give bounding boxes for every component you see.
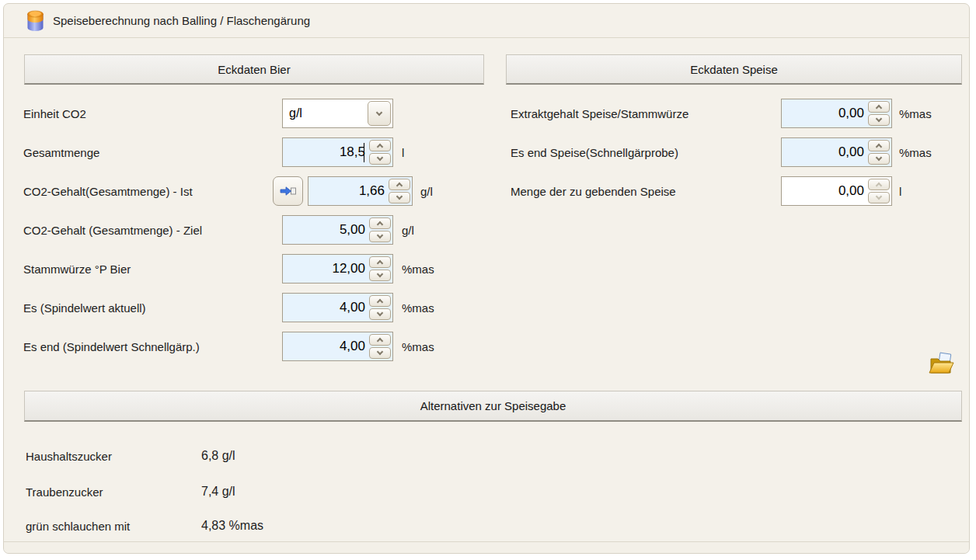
spin-down-button[interactable] <box>369 270 391 281</box>
unit-label: l <box>402 137 404 167</box>
es-aktuell-input[interactable] <box>284 295 369 320</box>
extraktgehalt-speise-input[interactable] <box>783 101 868 126</box>
unit-label: %mas <box>402 254 434 283</box>
unit-label: %mas <box>899 99 932 128</box>
chevron-down-icon <box>377 271 383 277</box>
field-label-extraktgehalt-speise: Extraktgehalt Speise/Stammwürze <box>511 99 688 128</box>
section-header-eckdaten-bier[interactable]: Eckdaten Bier <box>24 54 484 85</box>
co2-ist-input[interactable] <box>310 179 389 203</box>
unit-label: g/l <box>420 176 433 206</box>
text-caret <box>364 143 364 162</box>
unit-label: %mas <box>402 293 434 322</box>
open-folder-icon <box>927 352 955 377</box>
chevron-up-icon <box>396 183 403 189</box>
section-header-eckdaten-speise[interactable]: Eckdaten Speise <box>506 54 962 85</box>
field-label-gesamtmenge: Gesamtmenge <box>23 137 99 167</box>
section-header-alternativen[interactable]: Alternativen zur Speisegabe <box>24 391 962 422</box>
spin-up-button[interactable] <box>389 179 410 190</box>
co2-ist-spinner[interactable] <box>308 176 413 206</box>
chevron-up-icon <box>377 144 383 150</box>
result-value-gruen-schlauchen: 4,83 %mas <box>201 517 263 535</box>
unit-label: %mas <box>402 332 434 361</box>
chevron-down-icon <box>377 310 383 316</box>
unit-label: %mas <box>899 137 932 167</box>
chevron-down-icon <box>876 193 882 200</box>
window-title: Speiseberechnung nach Balling / Flaschen… <box>53 14 310 27</box>
spin-up-button[interactable] <box>369 217 391 229</box>
chevron-down-icon <box>876 116 882 122</box>
spin-down-button[interactable] <box>868 153 890 165</box>
field-label-stammwuerze: Stammwürze °P Bier <box>23 254 131 283</box>
chevron-down-icon <box>377 155 383 161</box>
spin-up-button-disabled <box>868 179 890 190</box>
field-label-es-aktuell: Es (Spindelwert aktuell) <box>23 293 146 322</box>
einheit-co2-selected-value: g/l <box>284 101 368 126</box>
es-aktuell-spinner[interactable] <box>282 293 393 322</box>
result-label-traubenzucker: Traubenzucker <box>26 482 103 501</box>
menge-speise-spinner <box>781 176 892 206</box>
field-label-co2-ist: CO2-Gehalt(Gesamtmenge) - Ist <box>23 176 193 206</box>
spin-up-button[interactable] <box>369 256 391 268</box>
extraktgehalt-speise-spinner[interactable] <box>781 99 892 128</box>
app-window: Speiseberechnung nach Balling / Flaschen… <box>3 3 970 554</box>
chevron-up-icon <box>377 299 383 305</box>
gesamtmenge-input[interactable] <box>284 140 369 165</box>
chevron-up-icon <box>876 183 882 189</box>
unit-label: g/l <box>402 215 414 245</box>
field-label-es-end-speise: Es end Speise(Schnellgärprobe) <box>511 137 678 167</box>
dropdown-open-button[interactable] <box>368 101 391 126</box>
chevron-up-icon <box>377 221 383 228</box>
chevron-up-icon <box>377 338 383 344</box>
chevron-down-icon <box>876 155 882 161</box>
spin-down-button[interactable] <box>369 308 391 320</box>
beer-keg-icon <box>26 10 44 32</box>
transfer-value-button[interactable] <box>273 176 303 206</box>
result-label-gruen-schlauchen: grün schlauchen mit <box>26 517 130 535</box>
field-label-einheit-co2: Einheit CO2 <box>23 99 86 128</box>
spin-up-button[interactable] <box>868 140 890 151</box>
chevron-down-icon <box>377 232 383 238</box>
spin-down-button[interactable] <box>369 347 391 359</box>
co2-ziel-input[interactable] <box>284 217 369 242</box>
es-end-speise-spinner[interactable] <box>781 137 892 167</box>
chevron-down-icon <box>376 109 382 115</box>
stammwuerze-spinner[interactable] <box>282 254 393 283</box>
einheit-co2-dropdown[interactable]: g/l <box>282 99 393 128</box>
chevron-down-icon <box>396 193 403 200</box>
chevron-up-icon <box>377 260 383 266</box>
chevron-down-icon <box>377 349 383 355</box>
chevron-up-icon <box>876 105 882 111</box>
es-end-speise-input[interactable] <box>783 140 868 165</box>
spin-down-button[interactable] <box>369 231 391 242</box>
field-label-es-end: Es end (Spindelwert Schnellgärp.) <box>23 332 200 361</box>
result-label-haushaltszucker: Haushaltszucker <box>26 447 112 465</box>
spin-up-button[interactable] <box>369 334 391 346</box>
es-end-input[interactable] <box>284 334 369 359</box>
co2-ziel-spinner[interactable] <box>282 215 393 245</box>
spin-up-button[interactable] <box>369 295 391 307</box>
field-label-menge-speise: Menge der zu gebenden Speise <box>511 176 676 206</box>
spin-down-button[interactable] <box>389 192 410 203</box>
spin-down-button[interactable] <box>868 114 890 126</box>
result-value-haushaltszucker: 6,8 g/l <box>201 447 235 465</box>
stammwuerze-input[interactable] <box>284 256 369 281</box>
field-label-co2-ziel: CO2-Gehalt (Gesamtmenge) - Ziel <box>23 215 202 245</box>
spin-up-button[interactable] <box>369 140 391 151</box>
window-footer <box>4 541 969 553</box>
es-end-spinner[interactable] <box>282 332 393 361</box>
spin-down-button-disabled <box>868 192 890 203</box>
gesamtmenge-spinner[interactable] <box>282 137 393 167</box>
spin-up-button[interactable] <box>868 101 890 113</box>
chevron-up-icon <box>876 144 882 150</box>
spin-down-button[interactable] <box>369 153 391 165</box>
unit-label: l <box>899 176 901 206</box>
open-file-button[interactable] <box>925 350 957 378</box>
menge-speise-output <box>783 179 868 203</box>
titlebar: Speiseberechnung nach Balling / Flaschen… <box>4 4 969 38</box>
result-value-traubenzucker: 7,4 g/l <box>201 482 235 501</box>
arrow-into-field-icon <box>279 186 297 197</box>
